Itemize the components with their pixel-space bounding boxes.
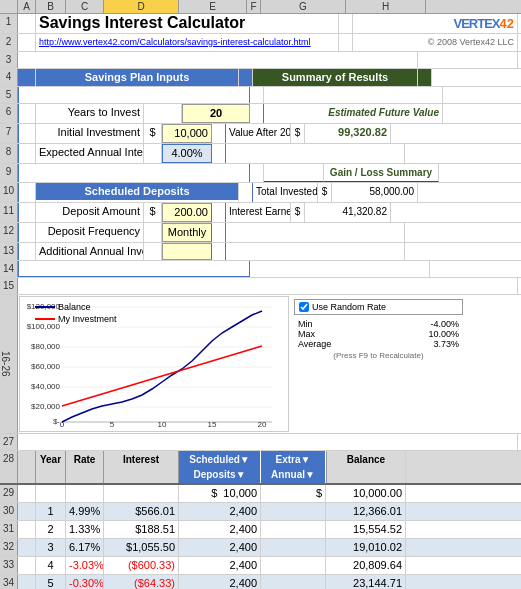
app-url[interactable]: http://www.vertex42.com/Calculators/savi…	[36, 34, 339, 51]
cell-34-balance: 23,144.71	[326, 575, 406, 589]
cell-29f: $	[261, 485, 326, 502]
row-1: 1 Savings Interest Calculator VERTEX42	[0, 14, 521, 34]
value-amount: 99,320.82	[305, 124, 391, 143]
random-rate-label: Use Random Rate	[312, 302, 386, 312]
cell-34-interest: ($64.33)	[104, 575, 179, 589]
cell-32-rate: 6.17%	[66, 539, 104, 556]
cell-32-interest: $1,055.50	[104, 539, 179, 556]
total-invested-label: Total Invested	[253, 183, 318, 202]
random-rate-checkbox[interactable]	[299, 302, 309, 312]
years-label: Years to Invest	[36, 104, 144, 123]
cell-29g: 10,000.00	[326, 485, 406, 502]
cell-31-balance: 15,554.52	[326, 521, 406, 538]
freq-value[interactable]: Monthly	[162, 223, 212, 242]
row-10: 10 Scheduled Deposits Total Invested $ 5…	[0, 183, 521, 203]
rownum-28: 28	[0, 451, 18, 483]
max-value: 10.00%	[428, 329, 459, 339]
rownum-34: 34	[0, 575, 18, 589]
cell-row27	[18, 434, 518, 450]
initial-value[interactable]: 10,000	[162, 124, 212, 143]
random-rate-panel: Use Random Rate Min -4.00% Max 10.00% Av…	[291, 296, 466, 432]
cell-f4	[239, 69, 253, 86]
svg-text:5: 5	[110, 420, 115, 427]
table-row-32: 32 3 6.17% $1,055.50 2,400 19,010.02	[0, 539, 521, 557]
cell-34-extra	[261, 575, 326, 589]
cell-30-extra	[261, 503, 326, 520]
max-row: Max 10.00%	[298, 329, 459, 339]
table-row-29: 29 $ 10,000 $ 10,000.00	[0, 485, 521, 503]
cell-33-rate: -3.03%	[66, 557, 104, 574]
sched-header: Scheduled Deposits	[36, 183, 239, 202]
row-13: 13 Additional Annual Investments	[0, 243, 521, 261]
svg-text:20: 20	[258, 420, 267, 427]
row-11: 11 Deposit Amount $ 200.00 Interest Earn…	[0, 203, 521, 223]
est-future-label: Estimated Future Value	[264, 104, 443, 123]
cell-d13	[144, 243, 162, 260]
cell-f11	[212, 203, 226, 222]
rate-label: Expected Annual Interest Rate	[36, 144, 144, 163]
cell-a12	[18, 223, 36, 242]
rownum-6: 6	[0, 104, 18, 123]
cell-f9	[250, 164, 264, 182]
min-value: -4.00%	[430, 319, 459, 329]
balance-header: Balance	[326, 451, 406, 483]
cell-row3	[18, 52, 418, 68]
cell-a11	[18, 203, 36, 222]
rownum-2: 2	[0, 34, 18, 51]
cell-31-sched: 2,400	[179, 521, 261, 538]
row-3: 3	[0, 52, 521, 69]
table-header-row: 28 Year Rate Interest Scheduled▼Deposits…	[0, 451, 521, 485]
interest-earned-label: Interest Earned	[226, 203, 291, 222]
cell-33a	[18, 557, 36, 574]
cell-f6	[250, 104, 264, 123]
years-value[interactable]: 20	[182, 104, 250, 123]
rownum-10: 10	[0, 183, 18, 202]
rownum-5: 5	[0, 87, 18, 103]
cell-row3b	[418, 52, 518, 68]
extra-header: Extra▼Annual▼	[261, 451, 326, 483]
row-27: 27	[0, 434, 521, 451]
cell-row5c	[264, 87, 443, 103]
cell-f7	[212, 124, 226, 143]
value-symbol: $	[291, 124, 305, 143]
cell-gh8	[226, 144, 405, 163]
table-row-33: 33 4 -3.03% ($600.33) 2,400 20,809.64	[0, 557, 521, 575]
cell-a10	[18, 183, 36, 202]
col-a-header: A	[18, 0, 36, 13]
extra-value[interactable]	[162, 243, 212, 260]
year-header: Year	[36, 451, 66, 483]
row-7: 7 Initial Investment $ 10,000 Value Afte…	[0, 124, 521, 144]
cell-gh12	[226, 223, 405, 242]
rownum-9: 9	[0, 164, 18, 182]
svg-text:$80,000: $80,000	[31, 342, 60, 351]
rownum-8: 8	[0, 144, 18, 163]
cell-30-rate: 4.99%	[66, 503, 104, 520]
cell-29a	[18, 485, 36, 502]
cell-end4	[418, 69, 432, 86]
cell-33-sched: 2,400	[179, 557, 261, 574]
chart-row: 16-26 Balance My Investment $120,000 $10…	[0, 295, 521, 434]
max-label: Max	[298, 329, 315, 339]
svg-text:$40,000: $40,000	[31, 382, 60, 391]
cell-31-extra	[261, 521, 326, 538]
col-g-header: G	[261, 0, 346, 13]
cell-row5b	[250, 87, 264, 103]
rownum-13: 13	[0, 243, 18, 260]
row-num-header	[0, 0, 18, 13]
deposit-label: Deposit Amount	[36, 203, 144, 222]
column-headers: A B C D E F G H	[0, 0, 521, 14]
row-2: 2 http://www.vertex42.com/Calculators/sa…	[0, 34, 521, 52]
deposit-value[interactable]: 200.00	[162, 203, 212, 222]
cell-a2	[18, 34, 36, 51]
use-random-rate[interactable]: Use Random Rate	[294, 299, 463, 315]
cell-32-extra	[261, 539, 326, 556]
cell-a7	[18, 124, 36, 143]
scheduled-header: Scheduled▼Deposits▼	[179, 451, 261, 483]
cell-30-year: 1	[36, 503, 66, 520]
row-5: 5	[0, 87, 521, 104]
summary-header: Summary of Results	[253, 69, 418, 86]
avg-label: Average	[298, 339, 331, 349]
chart-container: Balance My Investment $120,000 $100,000 …	[19, 296, 289, 432]
min-label: Min	[298, 319, 313, 329]
rate-stats: Min -4.00% Max 10.00% Average 3.73% (Pre…	[294, 317, 463, 362]
